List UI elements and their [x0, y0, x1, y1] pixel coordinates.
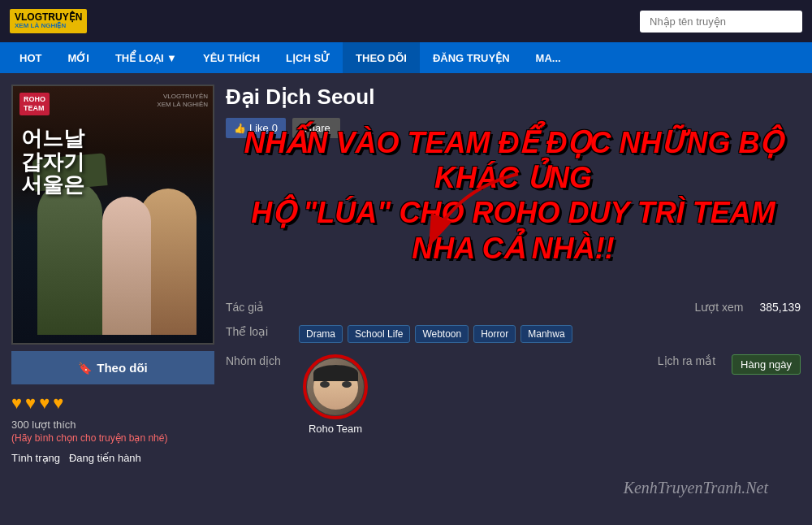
nav-item-dang-truyen[interactable]: ĐĂNG TRUYỆN	[420, 42, 523, 73]
thumbs-up-icon: 👍	[234, 123, 246, 134]
nav-item-ma[interactable]: MA...	[523, 42, 574, 73]
group-label: Nhóm dịch	[226, 354, 299, 367]
schedule-label: Lịch ra mắt	[658, 354, 715, 367]
likes-warning: (Hãy bình chọn cho truyện bạn nhé)	[11, 432, 214, 444]
views-value: 385,139	[759, 301, 801, 314]
team-avatar-circle	[303, 354, 368, 419]
schedule-block: Lịch ra mắt Hàng ngày	[658, 354, 801, 375]
heart-1[interactable]: ♥	[11, 393, 22, 414]
hearts-container: ♥ ♥ ♥ ♥	[11, 393, 214, 414]
nav-item-yeu-thich[interactable]: YÊU THÍCH	[190, 42, 273, 73]
like-button[interactable]: 👍 Like 0	[226, 118, 286, 138]
arrow-overlay	[388, 166, 551, 288]
genre-webtoon[interactable]: Webtoon	[415, 325, 469, 343]
site-watermark: KenhTruyenTranh.Net	[624, 479, 768, 497]
left-panel: ROHOTEAM VLOGTRUYÊNXEM LÀ NGHIÊN 어느날갑자기서…	[11, 85, 214, 514]
nav-item-hot[interactable]: HOT	[6, 42, 54, 73]
share-button[interactable]: Share	[292, 118, 340, 138]
main-content: ROHOTEAM VLOGTRUYÊNXEM LÀ NGHIÊN 어느날갑자기서…	[0, 73, 812, 525]
overlay-text-main: NHẤN VÀO TEAM ĐỂ ĐỌC NHỮNG BỘ KHÁC ỦNG H…	[226, 125, 801, 266]
genre-drama[interactable]: Drama	[299, 325, 343, 343]
nhom-dich-content: Roho Team	[299, 354, 372, 444]
author-row: Tác giả Lượt xem 385,139	[226, 301, 801, 314]
author-label: Tác giả	[226, 301, 299, 314]
logo-box: VLOGTRUYỆN XEM LÀ NGHIỆN	[10, 9, 87, 33]
nav-item-moi[interactable]: MỚI	[54, 42, 102, 73]
cover-image: ROHOTEAM VLOGTRUYÊNXEM LÀ NGHIÊN 어느날갑자기서…	[11, 85, 214, 345]
heart-4[interactable]: ♥	[53, 393, 63, 414]
genre-tags: Drama School Life Webtoon Horror Manhwa	[299, 325, 572, 343]
cover-title-korean: 어느날갑자기서울은	[21, 127, 84, 197]
logo: VLOGTRUYỆN XEM LÀ NGHIỆN	[10, 9, 87, 33]
navigation: HOT MỚI THỂ LOẠI ▼ YÊU THÍCH LỊCH SỬ THE…	[0, 42, 812, 73]
genre-manhwa[interactable]: Manhwa	[520, 325, 572, 343]
team-avatar-container[interactable]: Roho Team	[299, 354, 372, 444]
schedule-button[interactable]: Hàng ngày	[732, 354, 801, 375]
nav-item-theo-doi[interactable]: THEO DÕI	[343, 42, 420, 73]
status-label: Tình trạng	[11, 452, 60, 464]
status-row: Tình trạng Đang tiến hành	[11, 452, 214, 464]
genre-label: Thể loại	[226, 325, 299, 338]
cover-watermark: VLOGTRUYÊNXEM LÀ NGHIÊN	[157, 93, 208, 110]
right-panel: Đại Dịch Seoul 👍 Like 0 Share NHẤN VÀO T…	[226, 85, 801, 514]
views-block: Lượt xem 385,139	[694, 301, 801, 314]
genre-school-life[interactable]: School Life	[348, 325, 410, 343]
cover-badge: ROHOTEAM	[19, 93, 50, 115]
genre-row: Thể loại Drama School Life Webtoon Horro…	[226, 325, 801, 343]
nav-item-the-loai[interactable]: THỂ LOẠI ▼	[102, 42, 190, 73]
status-value: Đang tiến hành	[69, 452, 141, 464]
manga-title: Đại Dịch Seoul	[226, 85, 801, 110]
action-row: 👍 Like 0 Share	[226, 118, 801, 138]
overlay-promotional-text: NHẤN VÀO TEAM ĐỂ ĐỌC NHỮNG BỘ KHÁC ỦNG H…	[226, 125, 801, 266]
genre-horror[interactable]: Horror	[473, 325, 516, 343]
likes-count: 300 lượt thích	[11, 419, 214, 431]
heart-2[interactable]: ♥	[25, 393, 36, 414]
search-input[interactable]	[640, 11, 802, 33]
nav-item-lich-su[interactable]: LỊCH SỬ	[273, 42, 343, 73]
bookmark-icon: 🔖	[78, 362, 92, 375]
follow-button[interactable]: 🔖 Theo dõi	[11, 351, 214, 384]
group-row: Nhóm dịch	[226, 354, 801, 444]
views-label: Lượt xem	[694, 301, 743, 314]
info-table: Tác giả Lượt xem 385,139 Thể loại Drama …	[226, 301, 801, 444]
heart-3[interactable]: ♥	[39, 393, 50, 414]
header: VLOGTRUYỆN XEM LÀ NGHIỆN	[0, 0, 812, 42]
team-name: Roho Team	[309, 423, 362, 435]
